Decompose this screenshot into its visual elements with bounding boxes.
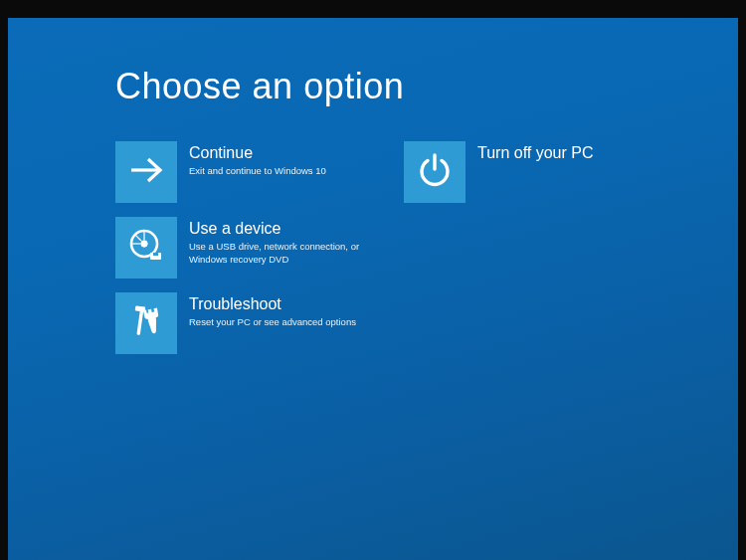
troubleshoot-text: Troubleshoot Reset your PC or see advanc… bbox=[189, 292, 356, 329]
power-icon bbox=[415, 150, 455, 194]
use-device-title: Use a device bbox=[189, 219, 378, 238]
use-device-text: Use a device Use a USB drive, network co… bbox=[189, 217, 378, 267]
troubleshoot-option[interactable]: Troubleshoot Reset your PC or see advanc… bbox=[115, 292, 394, 354]
troubleshoot-tile bbox=[115, 292, 177, 354]
svg-rect-8 bbox=[153, 253, 158, 256]
turnoff-title: Turn off your PC bbox=[477, 143, 594, 162]
page-title: Choose an option bbox=[115, 66, 738, 107]
continue-option[interactable]: Continue Exit and continue to Windows 10 bbox=[115, 141, 394, 203]
arrow-right-icon bbox=[126, 150, 166, 194]
recovery-screen: Choose an option Continue Exit and conti… bbox=[8, 18, 738, 560]
continue-title: Continue bbox=[189, 143, 326, 162]
use-device-desc: Use a USB drive, network connection, or … bbox=[189, 241, 378, 267]
svg-point-3 bbox=[141, 241, 147, 247]
turnoff-option[interactable]: Turn off your PC bbox=[404, 141, 682, 203]
turnoff-tile bbox=[404, 141, 466, 203]
continue-text: Continue Exit and continue to Windows 10 bbox=[189, 141, 326, 178]
continue-desc: Exit and continue to Windows 10 bbox=[189, 165, 326, 178]
svg-line-6 bbox=[135, 235, 141, 241]
troubleshoot-desc: Reset your PC or see advanced options bbox=[189, 316, 356, 329]
use-device-tile bbox=[115, 217, 177, 279]
disc-icon bbox=[126, 226, 166, 270]
use-device-option[interactable]: Use a device Use a USB drive, network co… bbox=[115, 217, 394, 279]
turnoff-text: Turn off your PC bbox=[477, 141, 594, 165]
options-grid: Continue Exit and continue to Windows 10… bbox=[115, 141, 738, 354]
tools-icon bbox=[126, 301, 166, 345]
continue-tile bbox=[115, 141, 177, 203]
troubleshoot-title: Troubleshoot bbox=[189, 294, 356, 313]
